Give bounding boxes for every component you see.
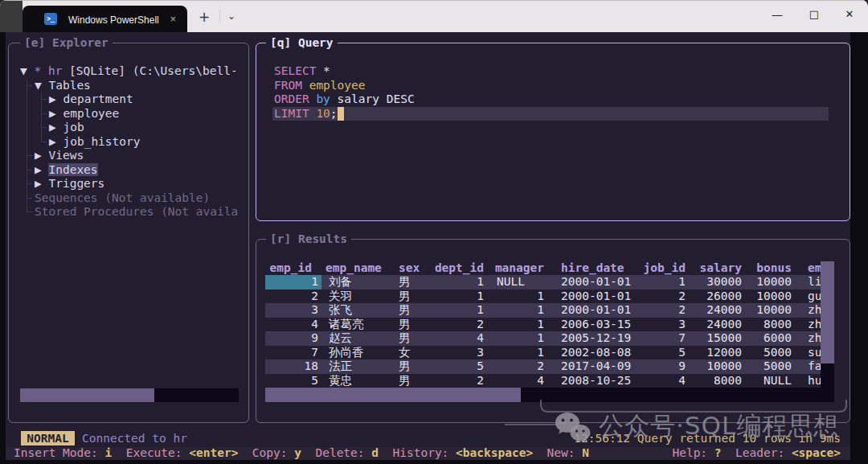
results-vertical-scrollbar[interactable] [821, 261, 834, 402]
table-cell[interactable]: 1 [424, 346, 544, 360]
table-cell[interactable]: 黄忠 [329, 374, 352, 388]
table-cell[interactable]: gu [808, 289, 821, 304]
tree-item-stored[interactable]: Stored Procedures (Not availa [35, 205, 238, 220]
tree-arrow-icon: ▶ [49, 135, 63, 148]
table-cell[interactable]: 孙尚香 [329, 346, 364, 360]
table-cell[interactable]: 1 [424, 289, 544, 304]
table-cell[interactable]: 诸葛亮 [329, 318, 364, 332]
tree-item-triggers[interactable]: ▶ Triggers [35, 177, 104, 191]
tree-guide-line [27, 85, 32, 86]
query-panel-title: [q] Query [266, 36, 338, 50]
table-cell[interactable]: 赵云 [329, 331, 352, 346]
status-query-info: 12:56:12 Query returned 10 rows in 9ms [574, 431, 841, 446]
tree-item-tables[interactable]: ▼ Tables [35, 79, 91, 93]
table-cell[interactable]: 10000 [671, 303, 792, 318]
mode-badge: NORMAL [21, 431, 75, 446]
new-tab-button[interactable]: + [199, 9, 210, 25]
explorer-horizontal-scrollbar[interactable] [20, 388, 239, 402]
tree-item-employee[interactable]: ▶ employee [49, 107, 119, 121]
table-cell[interactable]: 8000 [671, 318, 792, 332]
table-cell[interactable]: 10000 [671, 275, 792, 289]
explorer-scrollbar-thumb[interactable] [20, 388, 154, 402]
tab-dropdown-button[interactable]: ⌄ [227, 10, 235, 22]
tree-guide-line [41, 99, 47, 100]
tree-item-department[interactable]: ▶ department [49, 92, 133, 107]
minimize-button[interactable]: — [759, 0, 796, 31]
tree-arrow-icon: ▶ [49, 107, 63, 120]
table-cell[interactable]: 张飞 [329, 303, 352, 318]
query-line: SELECT * [274, 64, 330, 79]
table-cell[interactable]: 3 [198, 303, 318, 318]
table-cell[interactable]: zh [808, 303, 821, 318]
tree-arrow-icon: ▶ [49, 92, 63, 105]
divider [219, 10, 220, 23]
table-cell[interactable]: 1 [198, 275, 318, 289]
table-cell[interactable]: 4 [424, 374, 544, 388]
results-hscrollbar-thumb[interactable] [265, 388, 521, 402]
help-bar: Insert Mode: i Execute: <enter> Copy: y … [6, 447, 850, 461]
help-right: Help: ? Leader: <space> [672, 446, 841, 461]
table-cell[interactable]: 6000 [671, 331, 792, 346]
tree-guide-line [27, 198, 32, 199]
tree-item-views[interactable]: ▶ Views [35, 149, 84, 163]
table-cell[interactable]: 2 [424, 359, 544, 374]
column-header: bonus [671, 261, 792, 276]
table-cell[interactable]: 刘备 [329, 275, 352, 289]
table-cell[interactable]: 5 [198, 374, 318, 388]
table-cell[interactable]: 1 [424, 331, 544, 346]
table-cell[interactable]: 10000 [671, 289, 792, 304]
title-bar: >_ Windows PowerShell × + ⌄ — □ ✕ [0, 0, 868, 32]
tree-guide-line [27, 79, 27, 212]
table-cell[interactable]: su [808, 346, 821, 360]
table-cell[interactable]: 7 [198, 346, 318, 360]
column-header: manager [424, 261, 544, 276]
table-cell[interactable]: 2 [198, 289, 318, 304]
table-cell[interactable]: li [808, 275, 821, 289]
tree-item-indexes[interactable]: ▶ Indexes [35, 163, 98, 178]
table-cell[interactable]: 关羽 [329, 289, 352, 304]
table-cell[interactable]: 1 [424, 318, 544, 332]
table-cell[interactable]: 1 [424, 303, 544, 318]
tree-arrow-icon: ▶ [35, 163, 48, 176]
table-cell[interactable]: zh [808, 331, 821, 346]
table-cell[interactable]: 1 [363, 275, 484, 289]
table-cell[interactable]: hu [808, 374, 821, 388]
results-vscrollbar-thumb[interactable] [821, 261, 834, 363]
query-panel[interactable]: [q] Query [256, 43, 850, 221]
table-cell[interactable]: 4 [198, 318, 318, 332]
tab-close-icon[interactable]: × [170, 13, 176, 25]
tree-guide-line [27, 211, 32, 212]
tree-arrow-icon: ▶ [35, 149, 48, 162]
table-cell[interactable]: 法正 [329, 359, 352, 374]
close-button[interactable]: ✕ [831, 0, 868, 31]
table-cell[interactable]: 9 [198, 331, 318, 346]
tab-title: Windows PowerShell [68, 14, 159, 26]
tree-arrow-icon: ▶ [49, 121, 63, 133]
results-panel-title: [r] Results [266, 232, 351, 246]
table-cell[interactable]: fa [808, 359, 821, 374]
divider [0, 0, 868, 1]
tree-item-database[interactable]: ▼ * hr [SQLite] (C:\Users\bell- [20, 64, 238, 79]
tree-guide-line [27, 170, 32, 170]
tree-item-job[interactable]: ▶ job [49, 121, 84, 135]
tree-item-sequences[interactable]: Sequences (Not available) [35, 191, 210, 206]
maximize-button[interactable]: □ [796, 0, 833, 31]
table-cell[interactable]: zh [808, 318, 821, 332]
tree-guide-line [41, 142, 47, 142]
tree-guide-line [41, 127, 47, 128]
table-cell[interactable]: 5000 [671, 346, 792, 360]
results-horizontal-scrollbar[interactable] [265, 388, 821, 402]
table-cell[interactable]: 18 [198, 359, 318, 374]
query-current-line-highlight [272, 107, 829, 121]
tree-arrow-icon: ▼ [35, 79, 48, 92]
status-message: Connected to hr [82, 431, 187, 446]
table-cell[interactable]: 5000 [671, 359, 792, 374]
table-cell[interactable]: NULL [497, 275, 525, 289]
terminal-tab[interactable]: >_ Windows PowerShell × [23, 6, 187, 32]
tree-arrow-icon: ▼ [20, 64, 34, 77]
table-cell[interactable]: NULL [671, 374, 792, 388]
tree-item-job_history[interactable]: ▶ job_history [49, 135, 141, 150]
screen: >_ Windows PowerShell × + ⌄ — □ ✕ [e] Ex… [0, 0, 868, 464]
tree-guide-line [27, 183, 32, 184]
tree-guide-line [41, 113, 47, 114]
